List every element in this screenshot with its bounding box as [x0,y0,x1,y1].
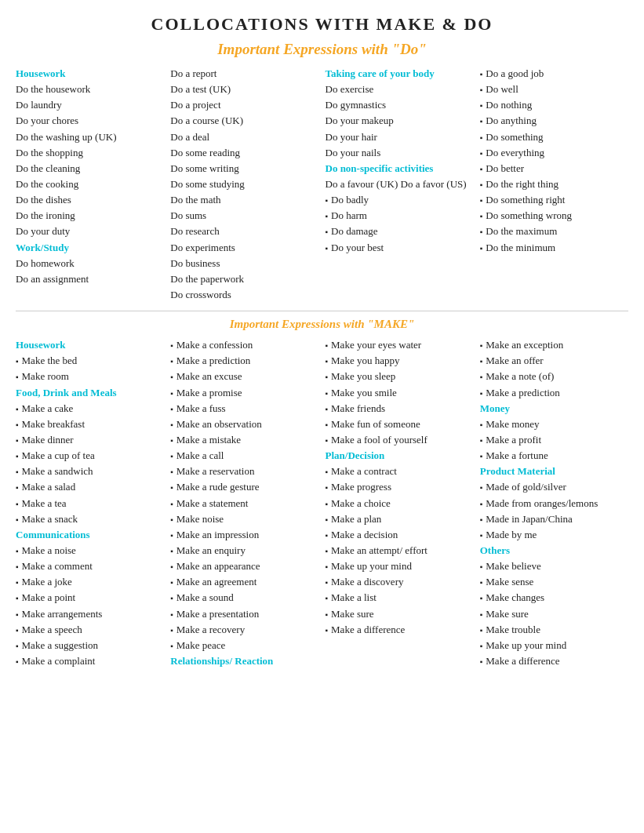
list-item: Make room [16,369,164,384]
list-item: Do the paperwork [170,271,318,287]
list-item: Make progress [326,479,474,495]
list-item: Do a project [170,97,318,113]
list-item: Make a decision [326,527,474,543]
list-item: Make a suggestion [16,638,164,653]
make-grid: HouseworkMake the bedMake roomFood, Drin… [16,336,628,671]
list-item: Do the shopping [16,145,164,161]
make-section-title: Important Expressions with "MAKE" [16,318,628,331]
list-item: Do crosswords [170,287,318,303]
list-item: Make a prediction [170,353,318,369]
sub-header: Food, Drink and Meals [16,385,164,401]
list-item: Do the ironing [16,208,164,224]
list-item: Do an assignment [16,271,164,287]
do-grid: HouseworkDo the houseworkDo laundryDo yo… [16,64,628,304]
list-item: Make a point [16,590,164,606]
list-item: Make an excuse [170,369,318,384]
list-item: Make a sandwich [16,464,164,479]
list-item: Made in Japan/China [480,511,628,527]
list-item: Do a test (UK) [170,82,318,97]
list-item: Make a tea [16,496,164,511]
list-item: Do damage [326,224,474,239]
list-item: Do your makeup [326,113,474,129]
list-item: Do your nails [326,145,474,161]
list-item: Make a presentation [170,606,318,622]
list-item: Do well [480,82,628,97]
sub-header: Money [480,401,628,416]
column: HouseworkDo the houseworkDo laundryDo yo… [16,64,164,304]
list-item: Do gymnastics [326,97,474,113]
list-item: Make a statement [170,496,318,511]
list-item: Make friends [326,401,474,416]
list-item: Make a joke [16,574,164,590]
list-item: Make a note (of) [480,369,628,384]
list-item: Make a contract [326,464,474,479]
list-item: Do something [480,129,628,145]
list-item: Do homework [16,256,164,271]
list-item: Do better [480,161,628,176]
list-item: Do a course (UK) [170,113,318,129]
list-item: Make an impression [170,527,318,543]
list-item: Do some reading [170,145,318,161]
list-item: Make a noise [16,543,164,558]
list-item: Do your duty [16,224,164,239]
column: Make an exceptionMake an offerMake a not… [480,336,628,671]
list-item: Made by me [480,527,628,543]
list-item: Make an agreement [170,574,318,590]
list-item: Do everything [480,145,628,161]
list-item: Make a plan [326,511,474,527]
sub-header: Work/Study [16,240,164,256]
list-item: Make up your mind [480,638,628,653]
sub-header: Relationships/ Reaction [170,653,318,669]
list-item: Make a speech [16,622,164,638]
list-item: Make a list [326,590,474,606]
list-item: Make sense [480,574,628,590]
column-header: Housework [16,66,164,82]
list-item: Make a discovery [326,574,474,590]
section-divider [16,311,628,311]
list-item: Make an observation [170,416,318,432]
list-item: Make believe [480,558,628,574]
column: Do a good jobDo wellDo nothingDo anythin… [480,64,628,304]
do-section-title: Important Expressions with "Do" [16,41,628,58]
list-item: Make a choice [326,496,474,511]
list-item: Make a sound [170,590,318,606]
list-item: Do the cleaning [16,161,164,176]
list-item: Make changes [480,590,628,606]
list-item: Do the housework [16,82,164,97]
list-item: Do experiments [170,240,318,256]
list-item: Make a cup of tea [16,448,164,464]
list-item: Made from oranges/lemons [480,496,628,511]
column: Do a reportDo a test (UK)Do a projectDo … [170,64,318,304]
list-item: Do some writing [170,161,318,176]
column: HouseworkMake the bedMake roomFood, Drin… [16,336,164,671]
list-item: Do your hair [326,129,474,145]
list-item: Make an appearance [170,558,318,574]
list-item: Make your eyes water [326,337,474,353]
list-item: Make an attempt/ effort [326,543,474,558]
list-item: Make sure [326,606,474,622]
list-item: Make a fuss [170,401,318,416]
list-item: Made of gold/silver [480,479,628,495]
list-item: Do a favour (UK) Do a favor (US) [326,176,474,192]
list-item: Make a fortune [480,448,628,464]
column: Make a confessionMake a predictionMake a… [170,336,318,671]
list-item: Do laundry [16,97,164,113]
list-item: Make a promise [170,385,318,401]
sub-header: Communications [16,527,164,543]
list-item: Make the bed [16,353,164,369]
list-item: Make a snack [16,511,164,527]
list-item: Do your best [326,240,474,256]
list-item: Make you happy [326,353,474,369]
list-item: Do a report [170,66,318,82]
list-item: Do a deal [170,129,318,145]
list-item: Make a difference [480,653,628,669]
list-item: Make a profit [480,432,628,448]
sub-header: Others [480,543,628,558]
list-item: Make an offer [480,353,628,369]
list-item: Make a complaint [16,653,164,669]
page-title: COLLOCATIONS WITH MAKE & DO [16,14,628,35]
column: Make your eyes waterMake you happyMake y… [326,336,474,671]
list-item: Do the minimum [480,240,628,256]
sub-header: Product Material [480,464,628,479]
list-item: Do some studying [170,176,318,192]
